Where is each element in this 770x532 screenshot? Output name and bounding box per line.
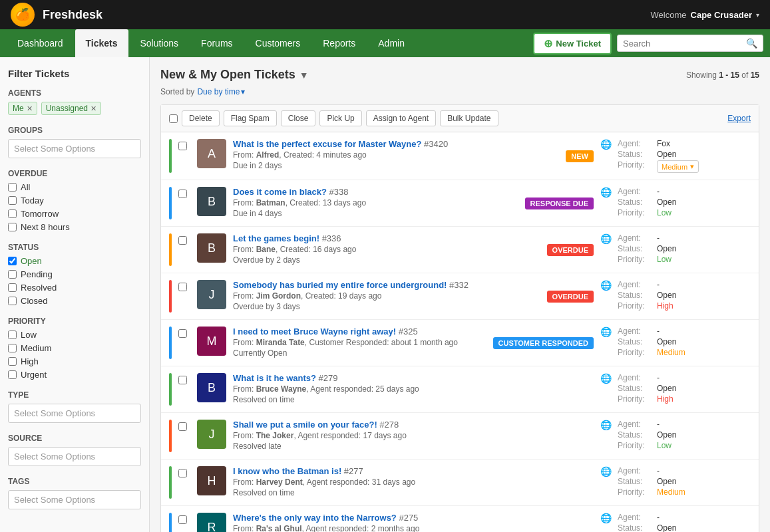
priority-row: Priority: Low — [618, 441, 751, 450]
nav-item-dashboard[interactable]: Dashboard — [7, 29, 74, 57]
ticket-checkbox[interactable] — [178, 283, 187, 291]
overdue-tomorrow[interactable]: Tomorrow — [8, 209, 141, 219]
sort-by-value[interactable]: Due by time ▾ — [197, 87, 245, 96]
ticket-agent-info: Agent: Fox Status: Open Priority: Medium… — [618, 139, 751, 173]
pick-up-button[interactable]: Pick Up — [319, 110, 361, 126]
ticket-table: Delete Flag Spam Close Pick Up Assign to… — [160, 104, 759, 532]
priority-urgent[interactable]: Urgent — [8, 370, 141, 380]
priority-medium[interactable]: Medium — [8, 343, 141, 353]
priority-dropdown[interactable]: Medium ▾ — [657, 160, 699, 173]
agent-value: - — [657, 466, 660, 475]
ticket-meta: From: Alfred, Created: 4 minutes ago — [233, 150, 559, 160]
agent-label: Agent: — [618, 187, 654, 196]
ticket-title[interactable]: What is it he wants? #279 — [233, 373, 507, 383]
agent-tag-unassigned-remove[interactable]: ✕ — [91, 104, 96, 113]
overdue-next8[interactable]: Next 8 hours — [8, 222, 141, 232]
priority-label-text: Priority: — [618, 301, 654, 311]
nav-item-forums[interactable]: Forums — [190, 29, 243, 57]
status-row: Status: Open — [618, 198, 751, 207]
export-link[interactable]: Export — [727, 114, 751, 123]
agent-tag-unassigned[interactable]: Unassigned ✕ — [41, 102, 101, 115]
close-button[interactable]: Close — [281, 110, 316, 126]
bulk-update-button[interactable]: Bulk Update — [440, 110, 498, 126]
flag-spam-button[interactable]: Flag Spam — [224, 110, 277, 126]
nav-item-admin[interactable]: Admin — [367, 29, 415, 57]
ticket-meta: From: Bane, Created: 16 days ago — [233, 245, 540, 254]
priority-options: Low Medium High Urgent — [8, 330, 141, 380]
status-label: Status: — [618, 523, 654, 532]
groups-label: Groups — [8, 126, 141, 135]
status-value: Open — [657, 198, 676, 207]
agents-filter: Agents Me ✕ Unassigned ✕ — [8, 88, 141, 115]
ticket-title[interactable]: Where's the only way into the Narrows? #… — [233, 513, 507, 523]
tags-select[interactable]: Select Some Options — [8, 490, 141, 509]
table-row: R Where's the only way into the Narrows?… — [161, 506, 759, 532]
title-dropdown-icon[interactable]: ▼ — [299, 70, 309, 80]
main-title: New & My Open Tickets ▼ — [160, 68, 309, 82]
ticket-due-info: Overdue by 3 days — [233, 302, 540, 311]
tags-label: Tags — [8, 477, 141, 486]
user-dropdown-icon[interactable]: ▾ — [756, 11, 759, 19]
nav-item-customers[interactable]: Customers — [245, 29, 311, 57]
priority-row: Priority: High — [618, 394, 751, 404]
status-pending[interactable]: Pending — [8, 269, 141, 279]
overdue-all[interactable]: All — [8, 182, 141, 192]
ticket-checkbox[interactable] — [178, 142, 187, 150]
delete-button[interactable]: Delete — [182, 110, 220, 126]
priority-low[interactable]: Low — [8, 330, 141, 340]
ticket-title[interactable]: I need to meet Bruce Wayne right away! #… — [233, 327, 486, 336]
new-ticket-button[interactable]: ⊕ New Ticket — [533, 33, 612, 55]
status-resolved[interactable]: Resolved — [8, 283, 141, 293]
ticket-channel-icon: 🌐 — [600, 373, 611, 384]
source-select[interactable]: Select Some Options — [8, 447, 141, 466]
ticket-indicator — [169, 233, 172, 266]
ticket-title[interactable]: I know who the Batman is! #277 — [233, 466, 507, 476]
ticket-checkbox[interactable] — [178, 376, 187, 384]
ticket-title[interactable]: Let the games begin! #336 — [233, 233, 540, 243]
ticket-checkbox[interactable] — [178, 515, 187, 524]
ticket-info: I need to meet Bruce Wayne right away! #… — [233, 327, 486, 358]
ticket-checkbox[interactable] — [178, 329, 187, 338]
agent-tags: Me ✕ Unassigned ✕ — [8, 102, 141, 115]
status-closed[interactable]: Closed — [8, 296, 141, 306]
ticket-checkbox-wrapper — [178, 373, 190, 386]
search-box[interactable]: 🔍 — [617, 35, 763, 52]
agent-label: Agent: — [618, 280, 654, 289]
ticket-agent-info: Agent: - Status: Open Priority: High — [618, 280, 751, 311]
ticket-title[interactable]: Does it come in black? #338 — [233, 187, 518, 197]
ticket-checkbox[interactable] — [178, 422, 187, 431]
agent-label: Agent: — [618, 420, 654, 429]
select-all-checkbox[interactable] — [169, 114, 178, 123]
nav-item-solutions[interactable]: Solutions — [130, 29, 190, 57]
ticket-checkbox[interactable] — [178, 236, 187, 245]
type-select[interactable]: Select Some Options — [8, 404, 141, 423]
table-toolbar: Delete Flag Spam Close Pick Up Assign to… — [161, 105, 759, 132]
priority-row: Priority: Medium — [618, 348, 751, 357]
overdue-label: Overdue — [8, 169, 141, 178]
overdue-today[interactable]: Today — [8, 196, 141, 205]
ticket-title[interactable]: What is the perfect excuse for Master Wa… — [233, 139, 559, 149]
main-content: New & My Open Tickets ▼ Showing 1 - 15 o… — [150, 57, 770, 532]
search-input[interactable] — [623, 39, 746, 49]
priority-high[interactable]: High — [8, 356, 141, 366]
status-open[interactable]: Open — [8, 256, 141, 266]
ticket-meta: From: Batman, Created: 13 days ago — [233, 198, 518, 207]
ticket-channel-icon: 🌐 — [600, 280, 611, 291]
status-label: Status: — [618, 244, 654, 253]
ticket-title[interactable]: Shall we put a smile on your face?! #278 — [233, 420, 507, 430]
agent-tag-me[interactable]: Me ✕ — [8, 102, 37, 115]
ticket-checkbox[interactable] — [178, 190, 187, 198]
priority-label-text: Priority: — [618, 160, 654, 173]
ticket-title[interactable]: Somebody has buried my entire force unde… — [233, 280, 540, 290]
ticket-checkbox[interactable] — [178, 469, 187, 477]
nav-item-reports[interactable]: Reports — [312, 29, 366, 57]
agent-tag-me-remove[interactable]: ✕ — [27, 104, 33, 113]
assign-to-agent-button[interactable]: Assign to Agent — [366, 110, 436, 126]
ticket-due-info: Overdue by 2 days — [233, 255, 540, 265]
groups-select[interactable]: Select Some Options — [8, 139, 141, 158]
ticket-due-info: Resolved on time — [233, 395, 507, 404]
nav-item-tickets[interactable]: Tickets — [75, 29, 128, 57]
ticket-indicator — [169, 187, 172, 219]
new-ticket-label: New Ticket — [556, 39, 601, 49]
username[interactable]: Cape Crusader — [691, 10, 752, 20]
